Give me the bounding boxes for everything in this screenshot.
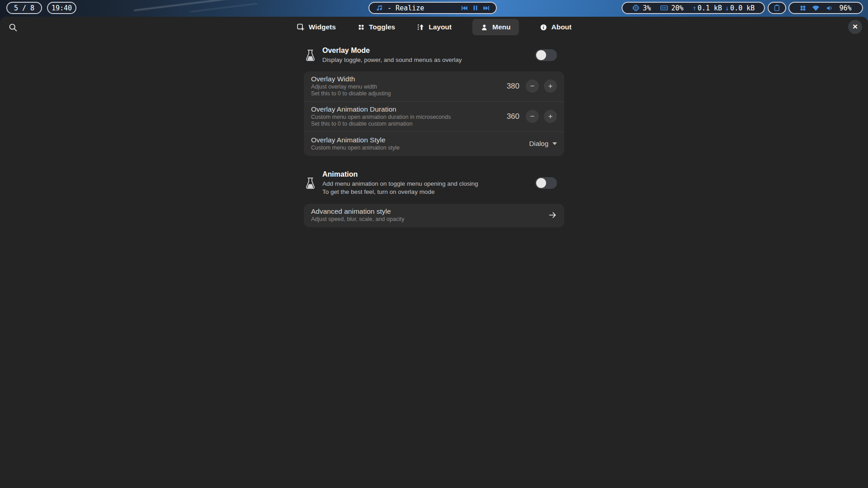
speaker-icon — [826, 5, 833, 12]
info-icon — [539, 23, 547, 31]
toggles-grid-icon — [358, 23, 365, 31]
tab-label: Widgets — [309, 23, 336, 31]
workspace-indicator[interactable]: 5 / 8 — [6, 2, 42, 14]
media-title: - Realize — [387, 4, 424, 12]
overlay-width-text: Overlay Width Adjust overlay menu width … — [311, 75, 507, 98]
dropdown-selected-value: Dialog — [529, 140, 548, 147]
tab-about[interactable]: About — [538, 19, 572, 35]
switch-knob — [536, 178, 546, 188]
flask-icon — [304, 49, 316, 62]
tab-menu[interactable]: Menu — [472, 19, 519, 35]
minus-icon[interactable]: − — [526, 80, 539, 93]
workspace-label: 5 / 8 — [14, 4, 34, 12]
overlay-width-row: Overlay Width Adjust overlay menu width … — [304, 71, 564, 101]
overlay-mode-row: Overlay Mode Display toggle, power, and … — [304, 47, 564, 64]
overlay-animation-style-subtitle: Custom menu open animation style — [311, 145, 524, 152]
clipboard-icon — [774, 4, 780, 12]
animation-text: Animation Add menu animation on toggle m… — [322, 170, 535, 196]
memory-usage: 20% — [671, 4, 684, 12]
clipboard-pill[interactable] — [768, 2, 786, 14]
cpu-usage: 3% — [643, 4, 651, 12]
media-player-pill[interactable]: - Realize — [368, 2, 497, 14]
tab-label: About — [551, 23, 571, 31]
wifi-icon — [812, 5, 820, 11]
overlay-settings-card: Overlay Width Adjust overlay menu width … — [304, 71, 564, 156]
overlay-width-title: Overlay Width — [311, 75, 502, 83]
overlay-animation-style-title: Overlay Animation Style — [311, 136, 524, 144]
overlay-width-spinner: 380 − + — [507, 80, 557, 93]
animation-switch[interactable] — [535, 177, 557, 189]
tab-widgets[interactable]: Widgets — [296, 19, 337, 35]
clock[interactable]: 19:40 — [47, 2, 76, 14]
animation-subtitle-line1: Add menu animation on toggle menu openin… — [322, 180, 535, 188]
clock-label: 19:40 — [52, 4, 72, 12]
overlay-animation-duration-spinner: 360 − + — [507, 110, 557, 123]
advanced-animation-card: Advanced animation style Adjust speed, b… — [304, 204, 564, 227]
switch-knob — [536, 50, 546, 60]
overlay-mode-text: Overlay Mode Display toggle, power, and … — [322, 47, 535, 64]
layout-sort-icon — [417, 23, 425, 31]
top-bar: 5 / 8 19:40 - Realize 3% — [0, 0, 868, 17]
overlay-animation-duration-subtitle: Custom menu open animation duration in m… — [311, 114, 502, 121]
cpu-chip-icon — [632, 4, 640, 12]
tab-bar: Widgets Toggles Layout — [296, 19, 572, 35]
skip-forward-icon[interactable] — [483, 5, 490, 11]
download-rate: 0.0 kB — [730, 4, 755, 12]
overlay-animation-style-row[interactable]: Overlay Animation Style Custom menu open… — [304, 131, 564, 156]
download-arrow-icon: ↓ — [725, 4, 729, 12]
overlay-mode-switch[interactable] — [535, 49, 557, 61]
chevron-down-icon — [552, 142, 557, 145]
animation-title: Animation — [322, 170, 535, 178]
battery-level: 96% — [839, 4, 851, 12]
advanced-animation-subtitle: Adjust speed, blur, scale, and opacity — [311, 216, 543, 223]
overlay-mode-subtitle: Display toggle, power, and sound menus a… — [322, 56, 535, 64]
tab-label: Toggles — [369, 23, 395, 31]
plus-icon[interactable]: + — [544, 110, 557, 123]
tab-layout[interactable]: Layout — [416, 19, 453, 35]
overlay-animation-style-dropdown[interactable]: Dialog — [529, 140, 557, 147]
overlay-animation-duration-title: Overlay Animation Duration — [311, 105, 502, 113]
animation-row: Animation Add menu animation on toggle m… — [304, 170, 564, 196]
search-icon[interactable] — [8, 23, 18, 33]
advanced-animation-text: Advanced animation style Adjust speed, b… — [311, 207, 548, 223]
animation-subtitle-line2: To get the best feel, turn on overlay mo… — [322, 188, 535, 196]
music-note-icon — [375, 4, 383, 12]
overlay-width-subtitle: Adjust overlay menu width — [311, 84, 502, 91]
overlay-animation-duration-text: Overlay Animation Duration Custom menu o… — [311, 105, 507, 128]
overlay-animation-style-text: Overlay Animation Style Custom menu open… — [311, 136, 529, 152]
overlay-width-note: Set this to 0 to disable adjusting — [311, 90, 502, 98]
window-header: Widgets Toggles Layout — [0, 17, 868, 40]
advanced-animation-style-row[interactable]: Advanced animation style Adjust speed, b… — [304, 204, 564, 227]
overlay-mode-title: Overlay Mode — [322, 47, 535, 55]
arrow-right-icon[interactable] — [548, 211, 557, 219]
app-grid-icon — [800, 5, 806, 11]
advanced-animation-title: Advanced animation style — [311, 207, 543, 216]
upload-arrow-icon: ↑ — [693, 4, 697, 12]
tab-label: Layout — [429, 23, 452, 31]
system-stats-pill[interactable]: 3% 20% ↑ 0.1 kB ↓ 0.0 kB — [622, 2, 765, 14]
menu-settings-page: Overlay Mode Display toggle, power, and … — [304, 40, 564, 227]
pause-icon[interactable] — [472, 5, 478, 11]
plus-icon[interactable]: + — [544, 80, 557, 93]
minus-icon[interactable]: − — [526, 110, 539, 123]
overlay-width-value: 380 — [507, 82, 519, 91]
skip-backward-icon[interactable] — [461, 5, 468, 11]
tab-toggles[interactable]: Toggles — [357, 19, 396, 35]
tab-label: Menu — [492, 23, 510, 31]
desktop: 5 / 8 19:40 - Realize 3% — [0, 0, 868, 488]
system-tray-pill[interactable]: 96% — [788, 2, 863, 14]
overlay-animation-duration-value: 360 — [507, 112, 519, 121]
flask-icon — [304, 177, 316, 190]
upload-rate: 0.1 kB — [698, 4, 722, 12]
memory-icon — [660, 5, 668, 11]
widget-add-icon — [297, 23, 305, 31]
overlay-animation-duration-note: Set this to 0 to disable custom animatio… — [311, 121, 502, 128]
overlay-animation-duration-row: Overlay Animation Duration Custom menu o… — [304, 101, 564, 131]
settings-window: Widgets Toggles Layout — [0, 17, 868, 488]
person-icon — [481, 23, 488, 31]
close-icon[interactable]: × — [848, 20, 862, 34]
